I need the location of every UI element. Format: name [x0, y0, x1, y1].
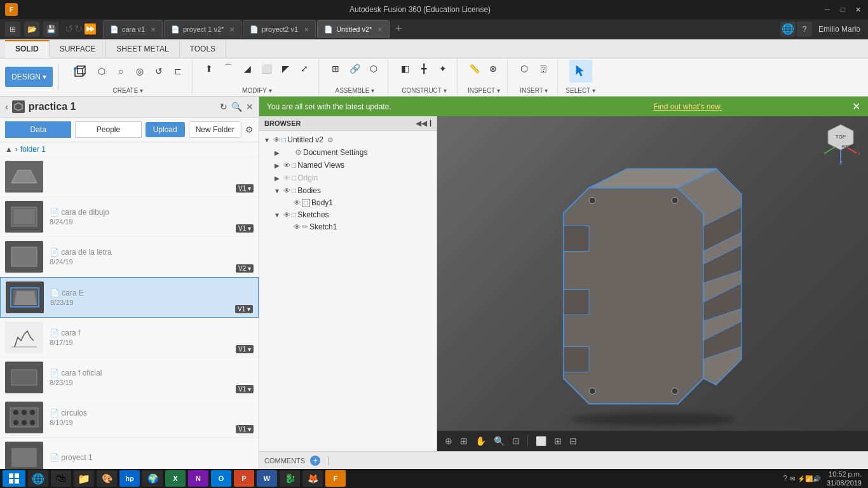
undo-button[interactable]: ↺ [65, 23, 73, 35]
search-button[interactable]: 🔍 [231, 102, 242, 112]
taskbar-onenote[interactable]: N [188, 470, 208, 487]
tree-item-doc-settings[interactable]: ▶ ⚙ Document Settings [259, 146, 437, 159]
list-item[interactable]: 📄 circulos 8/10/19 V1 ▾ [0, 398, 259, 438]
display-mode-icon[interactable]: ⬜ [533, 435, 549, 447]
create-coil-icon[interactable]: ↺ [150, 62, 168, 80]
tree-item-body1[interactable]: 👁 □ Body1 [259, 197, 437, 208]
orbit-icon[interactable]: ⊕ [442, 435, 455, 447]
list-item[interactable]: 📄 cara de la letra 8/24/19 V2 ▾ [0, 237, 259, 277]
eye-icon[interactable]: 👁 [294, 199, 301, 207]
maximize-button[interactable]: □ [837, 4, 848, 15]
mail-icon[interactable]: ✉ [790, 475, 795, 482]
env-icon[interactable]: ⊟ [567, 435, 580, 447]
tab-cara-v1[interactable]: 📄 cara v1 ✕ [103, 20, 163, 38]
tab-proyect2[interactable]: 📄 proyect2 v1 ✕ [243, 20, 316, 38]
people-tab[interactable]: People [75, 121, 141, 138]
interference-icon[interactable]: ⊗ [484, 60, 502, 78]
new-component-icon[interactable]: ⊞ [327, 60, 344, 78]
grid-icon[interactable]: ⊞ [552, 435, 564, 447]
tab-tools[interactable]: TOOLS [180, 40, 226, 58]
start-button[interactable] [3, 470, 25, 487]
scale-icon[interactable]: ⤢ [295, 60, 313, 78]
tree-item-origin[interactable]: ▶ 👁 □ Origin [259, 172, 437, 184]
tree-item-named-views[interactable]: ▶ 👁 □ Named Views [259, 159, 437, 172]
save-icon[interactable]: 💾 [43, 22, 58, 37]
list-item[interactable]: V1 ▾ [0, 157, 259, 197]
tree-item-sketch1[interactable]: 👁 ✏ Sketch1 [259, 221, 437, 233]
file-version-badge[interactable]: V1 ▾ [236, 425, 254, 433]
user-profile[interactable]: Emilio Mario [813, 25, 865, 34]
create-sphere-icon[interactable]: ○ [112, 62, 130, 80]
tree-item-root[interactable]: ▼ 👁 □ Untitled v2 ⚙ [259, 133, 437, 146]
list-item[interactable]: 📄 cara E 8/23/19 V1 ▾ [0, 277, 259, 318]
banner-link[interactable]: Find out what's new. [653, 102, 722, 111]
taskbar-browser2[interactable]: 🐉 [280, 470, 300, 487]
measure-icon[interactable]: 📏 [465, 60, 483, 78]
file-version-badge[interactable]: V1 ▾ [236, 345, 254, 353]
taskbar-clock[interactable]: 10:52 p.m. 31/08/2019 [823, 470, 865, 488]
tab-close-icon[interactable]: ✕ [229, 26, 234, 33]
chamfer-icon[interactable]: ◢ [238, 60, 256, 78]
taskbar-outlook[interactable]: O [211, 470, 231, 487]
taskbar-excel[interactable]: X [165, 470, 186, 487]
taskbar-paint[interactable]: 🎨 [97, 470, 117, 487]
help-taskbar-icon[interactable]: ? [783, 474, 787, 483]
upload-button[interactable]: Upload [146, 122, 185, 137]
tab-proyect1[interactable]: 📄 proyect 1 v2* ✕ [164, 20, 241, 38]
axis-icon[interactable]: ╋ [415, 60, 433, 78]
new-folder-button[interactable]: New Folder [189, 121, 241, 138]
eye-icon[interactable]: 👁 [273, 136, 280, 144]
rigid-group-icon[interactable]: ⬡ [365, 60, 383, 78]
insert-mesh-icon[interactable]: ⬡ [515, 60, 533, 78]
create-pipe-icon[interactable]: ⊏ [169, 62, 187, 80]
shell-icon[interactable]: ⬜ [257, 60, 275, 78]
tab-close-icon[interactable]: ✕ [304, 26, 309, 33]
fit-icon[interactable]: ⊡ [510, 435, 522, 447]
collapse-browser-button[interactable]: ◀◀ [416, 119, 427, 128]
tab-solid[interactable]: SOLID [5, 40, 50, 58]
point-icon[interactable]: ✦ [434, 60, 452, 78]
list-item[interactable]: 📄 cara de dibujo 8/24/19 V1 ▾ [0, 197, 259, 237]
tree-expand-icon[interactable]: ▼ [262, 135, 272, 145]
taskbar-word[interactable]: W [257, 470, 277, 487]
sys-tray[interactable]: ⚡📶🔊 [797, 475, 820, 482]
list-item[interactable]: 📄 cara f oficial 8/23/19 V1 ▾ [0, 358, 259, 398]
taskbar-firefox[interactable]: 🦊 [302, 470, 323, 487]
taskbar-ie[interactable]: 🌐 [28, 470, 48, 487]
pan-icon[interactable]: ⊞ [458, 435, 470, 447]
file-version-badge[interactable]: V1 ▾ [235, 305, 253, 313]
fillet-icon[interactable]: ⌒ [219, 60, 237, 78]
tab-close-icon[interactable]: ✕ [377, 26, 383, 33]
joint-icon[interactable]: 🔗 [346, 60, 363, 78]
eye-icon[interactable]: 👁 [283, 211, 290, 219]
tree-expand-icon[interactable]: ▶ [272, 173, 282, 183]
minimize-button[interactable]: ─ [822, 4, 832, 15]
tab-sheet-metal[interactable]: SHEET METAL [106, 40, 179, 58]
folder-name[interactable]: folder 1 [20, 145, 46, 154]
settings-icon[interactable]: ⚙ [327, 136, 334, 144]
tab-surface[interactable]: SURFACE [50, 40, 107, 58]
tab-close-icon[interactable]: ✕ [151, 26, 156, 33]
close-button[interactable]: ✕ [853, 4, 863, 15]
tree-expand-icon[interactable]: ▶ [272, 160, 282, 170]
list-item[interactable]: 📄 proyect 1 [0, 438, 259, 469]
back-button[interactable]: ‹ [5, 102, 8, 112]
grid-icon[interactable]: ⊞ [5, 22, 20, 37]
plane-icon[interactable]: ◧ [396, 60, 414, 78]
forward-button[interactable]: ⏩ [84, 23, 97, 35]
tree-expand-icon[interactable]: ▼ [272, 210, 282, 220]
tree-expand-icon[interactable]: ▼ [272, 186, 282, 196]
open-icon[interactable]: 📂 [24, 22, 39, 37]
eye-icon[interactable]: 👁 [283, 161, 290, 169]
eye-icon[interactable]: 👁 [283, 187, 290, 194]
refresh-button[interactable]: ↻ [220, 102, 227, 112]
taskbar-hp[interactable]: hp [119, 470, 140, 487]
list-item[interactable]: 📄 cara f 8/17/19 V1 ▾ [0, 318, 259, 358]
taskbar-explorer[interactable]: 📁 [74, 470, 94, 487]
design-dropdown-button[interactable]: DESIGN ▾ [5, 67, 53, 87]
select-cursor-icon[interactable] [569, 60, 592, 83]
redo-button[interactable]: ↻ [74, 23, 83, 35]
new-tab-button[interactable]: + [391, 22, 406, 37]
create-torus-icon[interactable]: ◎ [131, 62, 149, 80]
banner-close-button[interactable]: ✕ [852, 100, 860, 112]
